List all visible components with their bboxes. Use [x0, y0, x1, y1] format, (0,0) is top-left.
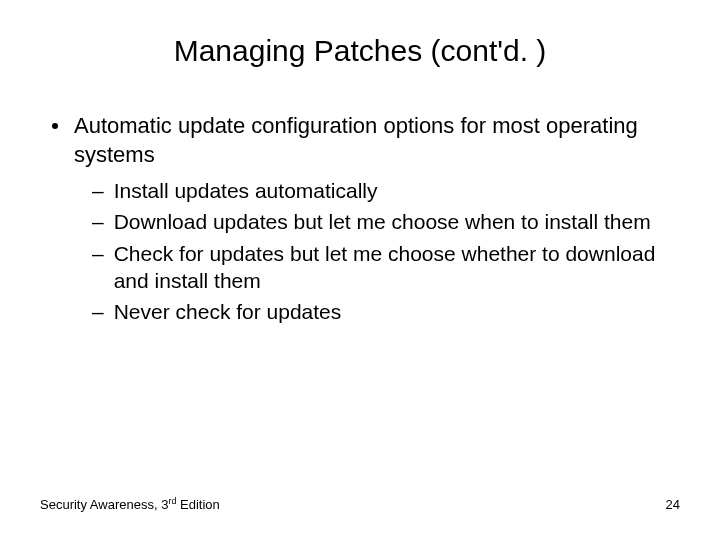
slide: Managing Patches (cont'd. ) Automatic up… — [0, 0, 720, 540]
dash-icon: – — [92, 177, 104, 204]
sub-bullet-list: – Install updates automatically – Downlo… — [52, 177, 680, 325]
content-area: Automatic update configuration options f… — [40, 112, 680, 326]
page-number: 24 — [666, 497, 680, 512]
sub-bullet-item: – Download updates but let me choose whe… — [92, 208, 680, 235]
slide-footer: Security Awareness, 3rd Edition 24 — [40, 496, 680, 512]
sub-bullet-text: Install updates automatically — [114, 177, 378, 204]
sub-bullet-text: Download updates but let me choose when … — [114, 208, 651, 235]
footer-book-prefix: Security Awareness, 3 — [40, 497, 168, 512]
dash-icon: – — [92, 298, 104, 325]
dash-icon: – — [92, 208, 104, 235]
bullet-item: Automatic update configuration options f… — [52, 112, 680, 169]
sub-bullet-text: Check for updates but let me choose whet… — [114, 240, 680, 295]
sub-bullet-text: Never check for updates — [114, 298, 342, 325]
sub-bullet-item: – Check for updates but let me choose wh… — [92, 240, 680, 295]
sub-bullet-item: – Install updates automatically — [92, 177, 680, 204]
bullet-dot-icon — [52, 123, 58, 129]
footer-book-suffix: Edition — [176, 497, 219, 512]
footer-book-title: Security Awareness, 3rd Edition — [40, 496, 220, 512]
dash-icon: – — [92, 240, 104, 267]
sub-bullet-item: – Never check for updates — [92, 298, 680, 325]
bullet-text: Automatic update configuration options f… — [74, 112, 680, 169]
slide-title: Managing Patches (cont'd. ) — [40, 34, 680, 68]
